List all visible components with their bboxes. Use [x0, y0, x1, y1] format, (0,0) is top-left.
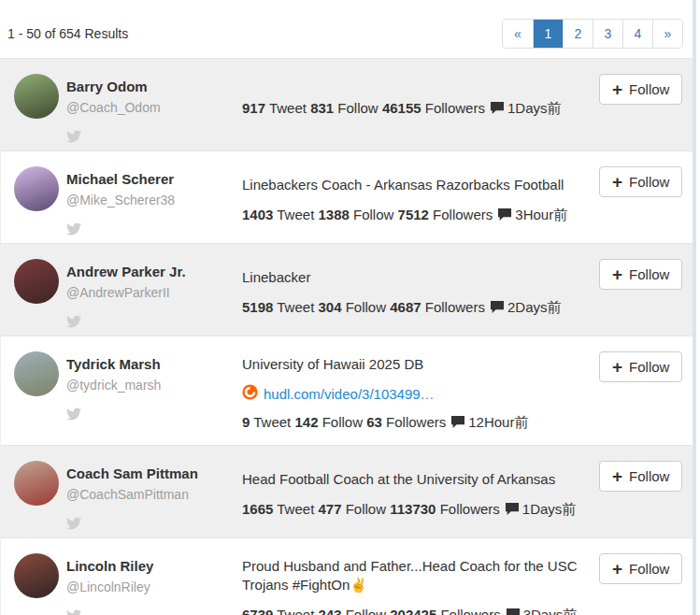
user-row: Barry Odom @Coach_Odom 917 Tweet 831 Fol… [1, 58, 693, 150]
follow-button[interactable]: + Follow [599, 553, 682, 584]
avatar[interactable] [14, 259, 59, 304]
user-name[interactable]: Lincoln Riley [66, 557, 242, 575]
follow-count: 142 [294, 414, 318, 430]
follow-button[interactable]: + Follow [599, 74, 682, 105]
tweet-label: Tweet [269, 100, 307, 116]
user-name[interactable]: Coach Sam Pittman [66, 465, 242, 482]
last-active: 2Days前 [507, 299, 562, 315]
followers-label: Followers [433, 207, 493, 222]
last-active: 3Days前 [523, 607, 578, 615]
user-row: Michael Scherer @Mike_Scherer38 Lineback… [1, 150, 693, 243]
tweet-label: Tweet [277, 607, 314, 615]
last-active: 12Hour前 [468, 414, 528, 430]
last-active: 1Days前 [507, 100, 562, 116]
followers-label: Followers [440, 501, 500, 517]
user-results-list: Barry Odom @Coach_Odom 917 Tweet 831 Fol… [0, 58, 693, 615]
followers-count: 4687 [390, 299, 421, 315]
plus-icon: + [612, 268, 622, 280]
pagination-next[interactable]: » [652, 20, 682, 48]
speech-bubble-icon [485, 100, 507, 116]
scrollbar-track[interactable] [693, 0, 696, 615]
twitter-icon[interactable] [66, 130, 242, 145]
twitter-icon[interactable] [66, 222, 242, 237]
pagination-page-3[interactable]: 3 [593, 20, 622, 48]
twitter-icon[interactable] [66, 408, 242, 422]
follow-count: 477 [318, 501, 341, 517]
user-handle[interactable]: @AndrewParkerII [66, 284, 242, 301]
pagination-prev[interactable]: « [503, 20, 533, 48]
user-bio: Proud Husband and Father...Head Coach fo… [242, 557, 592, 594]
plus-icon: + [612, 563, 622, 575]
tweet-count: 5198 [242, 299, 273, 315]
followers-label: Followers [425, 299, 485, 315]
stats-line: 917 Tweet 831 Follow 46155 Followers1Day… [242, 99, 592, 118]
follow-label: Follow [346, 299, 386, 315]
stats-line: 5198 Tweet 304 Follow 4687 Followers2Day… [242, 298, 592, 317]
user-bio: Linebackers Coach - Arkansas Razorbacks … [242, 176, 592, 194]
avatar[interactable] [14, 74, 59, 119]
user-handle[interactable]: @Mike_Scherer38 [66, 192, 242, 208]
follow-button-label: Follow [629, 561, 669, 577]
plus-icon: + [612, 470, 622, 482]
user-handle[interactable]: @tydrick_marsh [66, 377, 242, 393]
tweet-count: 6739 [242, 607, 273, 615]
follow-label: Follow [346, 607, 386, 615]
avatar[interactable] [14, 553, 59, 598]
follow-label: Follow [353, 207, 393, 222]
tweet-label: Tweet [277, 501, 314, 517]
follow-count: 831 [310, 100, 334, 116]
speech-bubble-icon [500, 501, 522, 517]
tweet-count: 1665 [242, 501, 273, 517]
user-bio: University of Hawaii 2025 DB [242, 355, 592, 374]
twitter-icon[interactable] [66, 517, 242, 532]
followers-count: 63 [366, 414, 382, 430]
follow-button-label: Follow [629, 81, 669, 97]
results-header: 1 - 50 of 654 Results « 1 2 3 4 » [0, 0, 693, 58]
plus-icon: + [612, 83, 622, 95]
user-handle[interactable]: @LincolnRiley [66, 579, 242, 595]
user-handle[interactable]: @Coach_Odom [66, 99, 242, 116]
follow-button-label: Follow [629, 468, 669, 484]
follow-count: 243 [318, 607, 341, 615]
pagination: « 1 2 3 4 » [502, 19, 683, 49]
user-name[interactable]: Barry Odom [66, 78, 242, 95]
hudl-link[interactable]: hudl.com/video/3/103499… [264, 386, 435, 402]
twitter-icon[interactable] [66, 609, 242, 615]
followers-count: 202425 [390, 607, 436, 615]
speech-bubble-icon [485, 299, 507, 315]
pagination-page-4[interactable]: 4 [622, 20, 652, 48]
speech-bubble-icon [501, 607, 523, 615]
pagination-page-1[interactable]: 1 [533, 20, 563, 48]
last-active: 1Days前 [522, 501, 577, 517]
follow-button[interactable]: + Follow [599, 259, 682, 290]
avatar[interactable] [14, 166, 59, 211]
followers-label: Followers [440, 607, 500, 615]
tweet-label: Tweet [277, 207, 314, 222]
follow-button[interactable]: + Follow [599, 351, 682, 382]
avatar[interactable] [14, 351, 59, 396]
user-name[interactable]: Michael Scherer [66, 170, 242, 188]
stats-line: 9 Tweet 142 Follow 63 Followers12Hour前 [242, 413, 592, 432]
follow-button[interactable]: + Follow [599, 461, 682, 492]
user-name[interactable]: Tydrick Marsh [66, 355, 242, 373]
followers-count: 113730 [390, 501, 436, 517]
pagination-page-2[interactable]: 2 [563, 20, 593, 48]
follow-label: Follow [322, 414, 363, 430]
twitter-icon[interactable] [66, 315, 242, 330]
followers-label: Followers [386, 414, 446, 430]
follow-button[interactable]: + Follow [599, 166, 682, 197]
user-row: Coach Sam Pittman @CoachSamPittman Head … [1, 445, 693, 537]
follow-count: 304 [318, 299, 341, 315]
follow-button-label: Follow [629, 174, 669, 190]
tweet-label: Tweet [253, 414, 291, 430]
avatar[interactable] [14, 461, 59, 506]
stats-line: 1403 Tweet 1388 Follow 7512 Followers3Ho… [242, 206, 592, 224]
tweet-count: 917 [242, 100, 265, 116]
user-handle[interactable]: @CoachSamPittman [66, 486, 242, 503]
user-name[interactable]: Andrew Parker Jr. [66, 263, 242, 280]
follow-button-label: Follow [629, 359, 669, 375]
follow-label: Follow [346, 501, 386, 517]
plus-icon: + [612, 176, 622, 188]
user-row: Tydrick Marsh @tydrick_marsh University … [1, 336, 693, 445]
stats-line: 1665 Tweet 477 Follow 113730 Followers1D… [242, 500, 592, 519]
